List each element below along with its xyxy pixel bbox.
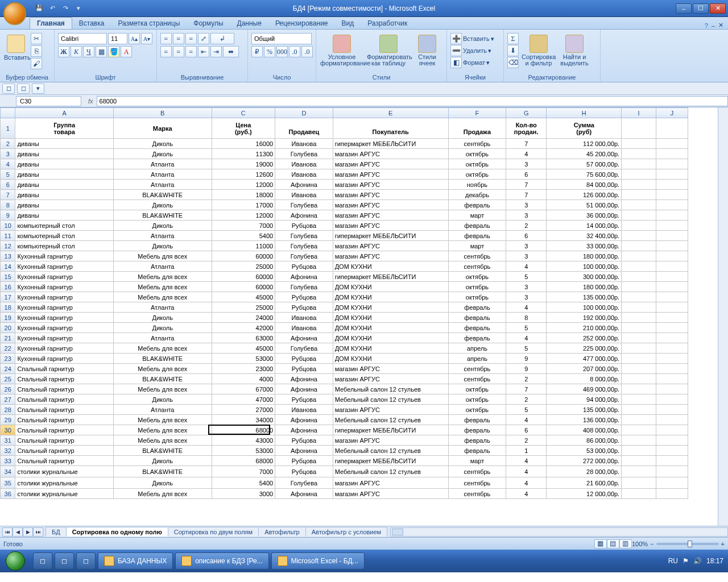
office-button[interactable] [3, 2, 26, 25]
cell[interactable]: Рубцова [275, 435, 333, 446]
cell[interactable]: столики журнальные [15, 466, 114, 477]
taskbar-item[interactable]: Microsoft Excel - БД... [271, 552, 365, 569]
cell[interactable]: диваны [15, 210, 114, 221]
cell[interactable]: сентябрь [448, 139, 506, 149]
sheet-tab[interactable]: Автофильтр с условием [305, 527, 387, 537]
cell[interactable] [622, 343, 656, 354]
cell[interactable] [656, 292, 688, 302]
cell[interactable]: 17000 [212, 200, 275, 210]
row-header[interactable]: 26 [1, 384, 15, 394]
col-header-A[interactable]: A [15, 108, 114, 118]
col-header-E[interactable]: E [333, 108, 448, 118]
cell[interactable]: Спальный гарнитур [15, 456, 114, 466]
cell[interactable] [656, 272, 688, 282]
cell[interactable] [656, 302, 688, 313]
cell[interactable]: диваны [15, 139, 114, 149]
cell[interactable]: ноябрь [448, 180, 506, 190]
cell[interactable]: 5400 [212, 231, 275, 241]
cell[interactable]: Диколь [113, 394, 212, 405]
orientation-icon[interactable]: ⤢ [198, 33, 209, 44]
cell[interactable] [622, 374, 656, 384]
cell[interactable]: Голубева [275, 282, 333, 292]
tab-nav-last[interactable]: ⏭ [33, 527, 43, 537]
cell[interactable]: Атланта [113, 333, 212, 343]
cell[interactable]: 4 [506, 466, 547, 477]
cell[interactable]: 75 600,00р. [547, 169, 622, 180]
cell[interactable]: Диколь [113, 477, 212, 489]
cell[interactable] [622, 261, 656, 272]
row-header[interactable]: 22 [1, 343, 15, 354]
cell[interactable]: диваны [15, 149, 114, 159]
cell[interactable]: Атланта [113, 231, 212, 241]
cell[interactable]: 4000 [212, 374, 275, 384]
cell[interactable]: 3 [506, 282, 547, 292]
cell[interactable]: 5 [506, 323, 547, 333]
cell[interactable]: Мебель для всех [113, 343, 212, 354]
copy-icon[interactable]: ⎘ [31, 45, 42, 57]
indent-inc-icon[interactable]: ⇥ [210, 46, 222, 57]
cell[interactable]: магазин АРГУС [333, 489, 448, 499]
taskbar-item[interactable]: описание к БДЗ [Ре... [175, 552, 269, 569]
cell[interactable]: Атланта [113, 180, 212, 190]
cell[interactable] [622, 415, 656, 425]
cell[interactable]: октябрь [448, 405, 506, 415]
cell[interactable]: Диколь [113, 313, 212, 323]
cell[interactable]: февраль [448, 221, 506, 231]
quicklaunch-2[interactable]: ◻ [55, 552, 74, 569]
cell[interactable] [656, 323, 688, 333]
cell[interactable] [656, 333, 688, 343]
cell[interactable]: 45000 [212, 292, 275, 302]
cell[interactable] [656, 394, 688, 405]
cell[interactable]: Мебель для всех [113, 489, 212, 499]
cell[interactable]: BLAK&WHITE [113, 210, 212, 221]
ribbon-tab-6[interactable]: Вид [335, 18, 361, 29]
align-top-icon[interactable]: ≡ [160, 33, 172, 44]
cell[interactable]: февраль [448, 415, 506, 425]
cell[interactable]: 11300 [212, 149, 275, 159]
cell[interactable] [622, 118, 656, 139]
col-header-F[interactable]: F [448, 108, 506, 118]
cell[interactable] [656, 343, 688, 354]
increase-font-icon[interactable]: A▴ [129, 33, 140, 44]
cell[interactable]: 24000 [212, 313, 275, 323]
cell[interactable]: магазин АРГУС [333, 169, 448, 180]
format-painter-icon[interactable]: 🖌 [31, 58, 42, 69]
cell[interactable]: 192 000,00р. [547, 313, 622, 323]
col-header-D[interactable]: D [275, 108, 333, 118]
cell[interactable]: Рубцова [275, 354, 333, 364]
cell[interactable]: Атланта [113, 302, 212, 313]
row-header[interactable]: 28 [1, 405, 15, 415]
cell[interactable]: Рубцова [275, 456, 333, 466]
cell[interactable]: Мебель для всех [113, 272, 212, 282]
fill-down-icon[interactable]: ⬇ [507, 45, 519, 56]
cell[interactable]: Кухонный гарнитур [15, 323, 114, 333]
find-select-button[interactable]: Найти и выделить [559, 33, 590, 68]
cell[interactable]: февраль [448, 323, 506, 333]
cell[interactable]: 4 [506, 489, 547, 499]
cell[interactable]: Продавец [275, 118, 333, 139]
cell[interactable]: 25000 [212, 302, 275, 313]
ribbon-tab-4[interactable]: Данные [230, 18, 268, 29]
tab-nav-first[interactable]: ⏮ [2, 527, 13, 537]
cell[interactable]: 180 000,00р. [547, 282, 622, 292]
percent-icon[interactable]: % [264, 46, 275, 57]
cell[interactable]: февраль [448, 435, 506, 446]
row-header[interactable]: 25 [1, 374, 15, 384]
cell[interactable]: 3 [506, 210, 547, 221]
paste-button[interactable]: Вставить [3, 33, 28, 68]
row-header[interactable]: 33 [1, 456, 15, 466]
cell[interactable] [622, 272, 656, 282]
view-normal-icon[interactable]: ▦ [594, 539, 607, 548]
cell[interactable]: Иванова [275, 169, 333, 180]
cell[interactable]: февраль [448, 333, 506, 343]
cell[interactable]: Спальный гарнитур [15, 425, 114, 435]
cell[interactable]: 469 000,00р. [547, 384, 622, 394]
cell[interactable]: ДОМ КУХНИ [333, 354, 448, 364]
cell[interactable]: сентябрь [448, 374, 506, 384]
cell[interactable]: диваны [15, 169, 114, 180]
cell[interactable]: диваны [15, 200, 114, 210]
cell[interactable]: 3 [506, 200, 547, 210]
cell[interactable]: 68000 [212, 425, 275, 435]
qat-more-icon[interactable]: ▾ [73, 3, 84, 14]
cell[interactable]: 94 000,00р. [547, 394, 622, 405]
